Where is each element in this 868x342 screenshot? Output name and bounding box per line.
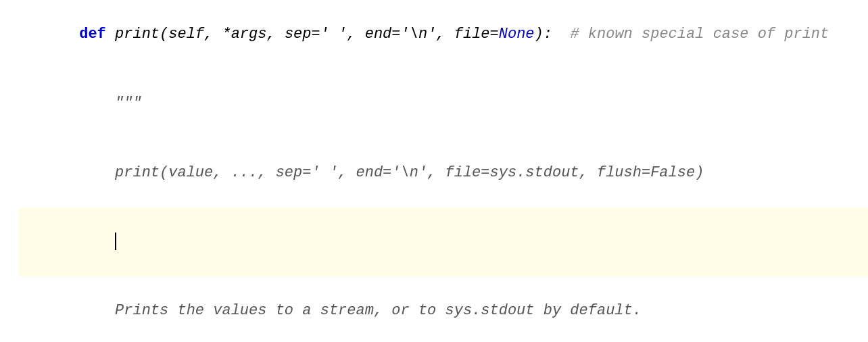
text-cursor	[115, 233, 116, 250]
line-content-4	[19, 207, 868, 276]
gutter-4	[0, 207, 19, 276]
comma-1: ,	[204, 26, 222, 43]
end-val: '\n'	[401, 26, 437, 43]
comma-2: ,	[266, 26, 284, 43]
line-content-1: def print(self, *args, sep=' ', end='\n'…	[19, 0, 868, 69]
none-val: None	[499, 26, 535, 43]
param-args: *args	[222, 26, 266, 43]
eq-3: =	[490, 26, 499, 43]
triple-quote-open: """	[79, 95, 141, 112]
param-end: end	[365, 26, 392, 43]
line-content-5: Prints the values to a stream, or to sys…	[19, 276, 868, 342]
gutter-2	[0, 69, 19, 138]
comma-3: ,	[347, 26, 364, 43]
code-editor: def print(self, *args, sep=' ', end='\n'…	[0, 0, 868, 342]
gutter-3	[0, 139, 19, 207]
gutter-1	[0, 0, 19, 69]
keyword-def: def	[79, 26, 115, 43]
comment-text: # known special case of print	[570, 26, 829, 43]
code-line-4[interactable]	[0, 207, 868, 276]
comma-4: ,	[436, 26, 454, 43]
line-content-2: """	[19, 69, 868, 138]
open-paren: (	[160, 26, 168, 43]
param-file: file	[454, 26, 490, 43]
code-line-2: """	[0, 69, 868, 138]
eq-1: =	[312, 26, 320, 43]
line-content-3: print(value, ..., sep=' ', end='\n', fil…	[19, 139, 868, 207]
eq-2: =	[391, 26, 400, 43]
param-sep: sep	[285, 26, 312, 43]
code-line-3: print(value, ..., sep=' ', end='\n', fil…	[0, 139, 868, 207]
doc-line-5: Prints the values to a stream, or to sys…	[79, 302, 642, 319]
close-paren-colon: ):	[535, 26, 571, 43]
cursor-line-text	[79, 233, 115, 250]
function-name: print	[115, 26, 160, 43]
gutter-5	[0, 276, 19, 342]
code-line-1: def print(self, *args, sep=' ', end='\n'…	[0, 0, 868, 69]
sep-val: ' '	[320, 26, 347, 43]
code-line-5: Prints the values to a stream, or to sys…	[0, 276, 868, 342]
param-self: self	[168, 26, 204, 43]
docstring-signature: print(value, ..., sep=' ', end='\n', fil…	[79, 164, 704, 181]
